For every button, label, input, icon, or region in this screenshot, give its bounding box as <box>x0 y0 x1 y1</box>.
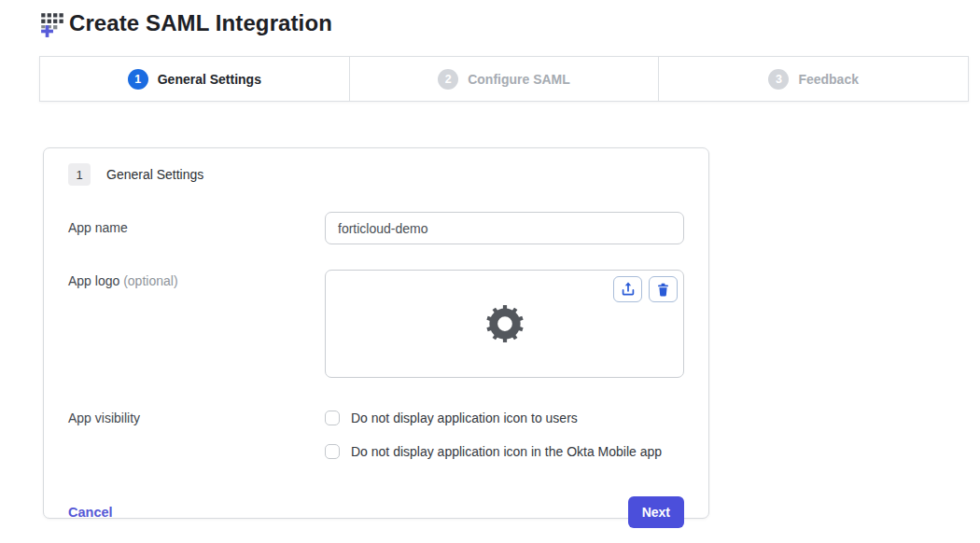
general-settings-card: 1 General Settings App name App logo (op… <box>43 147 709 519</box>
app-grid-add-icon <box>39 10 67 40</box>
card-section-header: 1 General Settings <box>68 163 684 186</box>
step-label: Feedback <box>798 72 859 87</box>
app-visibility-options: Do not display application icon to users… <box>325 411 662 478</box>
visibility-option-hide-icon-users[interactable]: Do not display application icon to users <box>325 411 662 425</box>
gear-placeholder-icon <box>485 304 525 343</box>
app-logo-row: App logo (optional) <box>68 270 684 378</box>
app-logo-optional-text: (optional) <box>123 273 177 288</box>
app-name-label: App name <box>68 212 325 235</box>
cancel-button[interactable]: Cancel <box>68 505 113 520</box>
upload-logo-button[interactable] <box>613 276 642 302</box>
app-visibility-label: App visibility <box>68 411 325 425</box>
hide-icon-mobile-checkbox[interactable] <box>325 444 340 459</box>
logo-action-buttons <box>613 276 678 302</box>
app-logo-label: App logo (optional) <box>68 270 325 288</box>
step-number-badge: 3 <box>768 69 789 90</box>
stepper-step-feedback[interactable]: 3 Feedback <box>659 57 968 101</box>
stepper-step-general-settings[interactable]: 1 General Settings <box>40 57 350 101</box>
section-title: General Settings <box>106 167 203 182</box>
delete-logo-button[interactable] <box>649 276 678 302</box>
stepper-step-configure-saml[interactable]: 2 Configure SAML <box>350 57 660 101</box>
app-visibility-row: App visibility Do not display applicatio… <box>68 411 684 478</box>
checkbox-label: Do not display application icon in the O… <box>351 444 662 459</box>
trash-icon <box>655 282 671 298</box>
section-number-badge: 1 <box>68 163 91 186</box>
checkbox-label: Do not display application icon to users <box>351 411 578 425</box>
step-number-badge: 1 <box>128 69 148 90</box>
visibility-option-hide-icon-mobile[interactable]: Do not display application icon in the O… <box>325 444 662 459</box>
step-label: Configure SAML <box>468 72 570 87</box>
upload-icon <box>620 281 637 298</box>
card-footer: Cancel Next <box>68 496 684 528</box>
page-title: Create SAML Integration <box>69 10 332 36</box>
step-number-badge: 2 <box>438 69 458 90</box>
wizard-stepper: 1 General Settings 2 Configure SAML 3 Fe… <box>39 56 969 102</box>
next-button[interactable]: Next <box>628 496 684 528</box>
app-logo-label-text: App logo <box>68 273 119 288</box>
page-header: Create SAML Integration <box>39 7 332 40</box>
app-logo-dropzone[interactable] <box>325 270 684 378</box>
app-name-row: App name <box>68 212 684 244</box>
step-label: General Settings <box>158 72 261 87</box>
app-name-input[interactable] <box>325 212 684 244</box>
hide-icon-users-checkbox[interactable] <box>325 411 340 425</box>
